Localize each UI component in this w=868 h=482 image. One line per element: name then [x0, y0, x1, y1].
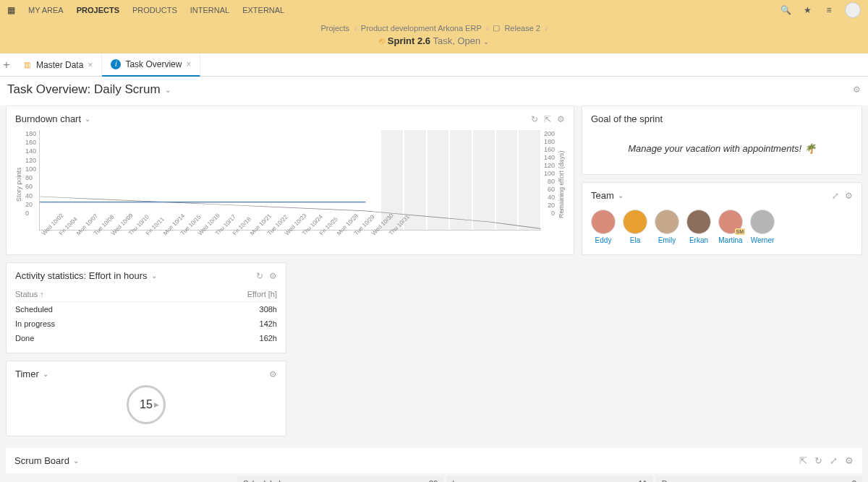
crumb-projects[interactable]: Projects [320, 24, 349, 33]
top-nav: ▦ MY AREA PROJECTS PRODUCTS INTERNAL EXT… [0, 0, 868, 20]
settings-icon[interactable]: ⚙ [557, 114, 565, 124]
chevron-down-icon[interactable]: ⌄ [85, 115, 90, 123]
panel-title: Burndown chart [15, 113, 81, 124]
chevron-down-icon[interactable]: ⌄ [618, 191, 624, 199]
page-title: Task Overview: Daily Scrum [7, 82, 161, 97]
settings-icon[interactable]: ⚙ [845, 191, 853, 201]
scrum-board-header: Scrum Board ⌄ ⇱ ↻ ⤢ ⚙ [6, 448, 862, 473]
breadcrumb: Projects › Product development Arkona ER… [0, 23, 868, 33]
chevron-down-icon[interactable]: ⌄ [151, 272, 157, 280]
timer-panel: Timer ⌄ ⚙ 15 ▶ [6, 361, 286, 436]
refresh-icon[interactable]: ↻ [531, 114, 538, 124]
expand-icon[interactable]: ⤢ [832, 191, 839, 201]
lane-done: Done2 + Selection of appointment types +… [656, 476, 862, 482]
palm-icon: 🌴 [804, 143, 816, 154]
close-icon[interactable]: × [186, 59, 191, 69]
panel-title: Team [591, 190, 614, 201]
team-panel: Team ⌄ ⤢ ⚙ EddyElaEmilyErkanSMMartinaWer… [582, 182, 862, 255]
folder-icon: ▢ [493, 23, 500, 33]
tab-label: Task Overview [125, 59, 182, 69]
info-icon: i [111, 59, 121, 69]
burndown-chart: Story points 180160140120100806040200 We… [15, 130, 565, 238]
chevron-down-icon[interactable]: ⌄ [43, 370, 48, 378]
chevron-down-icon[interactable]: ⌄ [483, 38, 489, 46]
activity-panel: Activity statistics: Effort in hours ⌄ ↻… [6, 262, 286, 353]
tab-task-overview[interactable]: i Task Overview × [102, 53, 200, 77]
y-axis-right-label: Remaining effort (days) [558, 130, 565, 238]
lane-header: Scheduled29 [237, 476, 443, 482]
close-icon[interactable]: × [88, 60, 93, 70]
menu-icon[interactable]: ≡ [823, 4, 835, 16]
nav-my-area[interactable]: MY AREA [28, 6, 64, 14]
lane-in-progress: In progress11 + Implementation of synchr… [446, 476, 652, 482]
nav-internal[interactable]: INTERNAL [190, 6, 229, 14]
app-icon: ▦ [7, 5, 15, 15]
chevron-right-icon: › [354, 24, 357, 33]
lane-scheduled: Scheduled29 + + Test 8h Active Sync inte… [237, 476, 443, 482]
timer-value: 15 [140, 398, 153, 411]
team-member[interactable]: Ela [623, 210, 647, 244]
goal-text: Manage your vacation with appointments! [628, 143, 801, 154]
y-axis-left-label: Story points [15, 130, 22, 238]
stat-row: In progress142h [15, 317, 277, 331]
user-avatar[interactable] [845, 2, 861, 18]
nav-external[interactable]: EXTERNAL [242, 6, 284, 14]
settings-icon[interactable]: ⚙ [853, 85, 861, 95]
stat-row: Scheduled308h [15, 302, 277, 317]
stat-row: Done162h [15, 331, 277, 345]
chevron-down-icon[interactable]: ⌄ [73, 457, 79, 465]
search-icon[interactable]: 🔍 [780, 4, 791, 16]
timer-display[interactable]: 15 ▶ [127, 385, 166, 424]
team-members: EddyElaEmilyErkanSMMartinaWerner [591, 207, 853, 247]
scrum-board: A Synchronization rules for appointments… [0, 476, 868, 482]
chevron-down-icon[interactable]: ⌄ [165, 86, 171, 94]
lane-header: Done2 [656, 476, 862, 482]
add-tab-button[interactable]: + [0, 59, 13, 72]
team-member[interactable]: Werner [750, 210, 775, 244]
sprint-status: Task, Open [433, 35, 480, 46]
chevron-right-icon: › [545, 24, 548, 33]
panel-title: Goal of the sprint [591, 113, 663, 124]
y-ticks-left: 180160140120100806040200 [22, 130, 39, 217]
team-member[interactable]: Emily [655, 210, 679, 244]
sprint-name[interactable]: Sprint 2.6 [388, 35, 430, 46]
export-icon[interactable]: ⇱ [799, 455, 807, 466]
tab-master-data[interactable]: ▥ Master Data × [13, 53, 102, 77]
export-icon[interactable]: ⇱ [544, 114, 551, 124]
star-icon[interactable]: ★ [801, 4, 813, 16]
team-member[interactable]: Eddy [591, 210, 616, 244]
burndown-panel: Burndown chart ⌄ ↻ ⇱ ⚙ Story points 1801… [6, 106, 574, 255]
crumb-product[interactable]: Product development Arkona ERP [361, 24, 482, 33]
breadcrumb-bar: Projects › Product development Arkona ER… [0, 20, 868, 53]
settings-icon[interactable]: ⚙ [269, 271, 277, 281]
scrum-title: Scrum Board [14, 455, 69, 466]
refresh-icon[interactable]: ↻ [814, 455, 822, 466]
col-effort: Effort [h] [247, 290, 277, 298]
page-title-bar: Task Overview: Daily Scrum ⌄ ⚙ [0, 77, 868, 106]
settings-icon[interactable]: ⚙ [845, 455, 854, 466]
crumb-release[interactable]: Release 2 [504, 24, 540, 33]
goal-panel: Goal of the sprint Manage your vacation … [582, 106, 862, 175]
expand-icon[interactable]: ⤢ [830, 455, 838, 466]
sprint-icon: ⎋ [379, 35, 385, 46]
settings-icon[interactable]: ⚙ [269, 369, 277, 379]
team-member[interactable]: Erkan [686, 210, 711, 244]
col-status: Status ↑ [15, 290, 44, 298]
nav-products[interactable]: PRODUCTS [132, 6, 177, 14]
panel-title: Timer [15, 369, 39, 379]
chevron-right-icon: › [486, 24, 489, 33]
play-icon[interactable]: ▶ [154, 401, 159, 408]
tab-label: Master Data [36, 60, 83, 70]
y-ticks-right: 200180160140120100806040200 [541, 130, 558, 217]
document-icon: ▥ [22, 60, 32, 70]
nav-projects[interactable]: PROJECTS [77, 6, 119, 14]
refresh-icon[interactable]: ↻ [256, 271, 263, 281]
panel-title: Activity statistics: Effort in hours [15, 270, 148, 281]
tab-bar: + ▥ Master Data × i Task Overview × [0, 53, 868, 77]
team-member[interactable]: SMMartina [718, 210, 743, 244]
lane-header: In progress11 [446, 476, 652, 482]
